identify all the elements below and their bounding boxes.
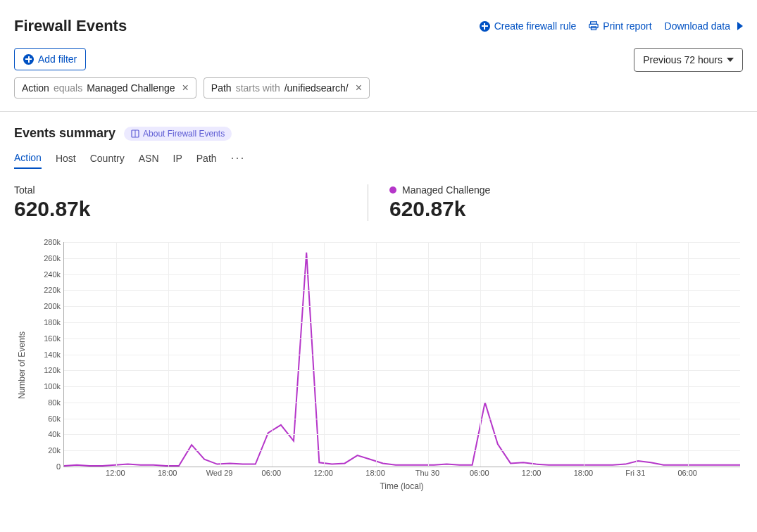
y-tick: 180k	[44, 318, 61, 327]
tab-more[interactable]: ···	[231, 151, 246, 170]
stat-total-value: 620.87k	[14, 197, 346, 221]
y-tick: 240k	[44, 270, 61, 279]
stat-total: Total 620.87k	[14, 184, 368, 221]
y-tick: 200k	[44, 302, 61, 310]
print-report-link[interactable]: Print report	[589, 20, 651, 32]
chip-value: /unifiedsearch/	[284, 82, 349, 94]
chip-value: Managed Challenge	[87, 82, 175, 94]
y-tick: 220k	[44, 286, 61, 294]
page-title: Firewall Events	[14, 17, 127, 35]
y-tick: 160k	[44, 334, 61, 343]
chart-x-axis-label: Time (local)	[380, 481, 423, 491]
close-icon[interactable]: ×	[356, 82, 362, 94]
chart-plot-area	[63, 242, 740, 467]
plus-circle-icon	[23, 54, 34, 65]
filter-chip[interactable]: Action equals Managed Challenge×	[14, 77, 196, 99]
download-data-link[interactable]: Download data	[665, 20, 743, 32]
chart-x-axis: Time (local) 12:0018:00Wed 2906:0012:001…	[63, 467, 740, 488]
y-tick: 140k	[44, 350, 61, 359]
x-tick: 12:00	[106, 469, 125, 477]
close-icon[interactable]: ×	[182, 82, 189, 94]
plus-circle-icon	[480, 21, 490, 32]
tab-ip[interactable]: IP	[173, 153, 182, 168]
print-report-label: Print report	[603, 20, 651, 32]
time-range-select[interactable]: Previous 72 hours	[634, 48, 743, 72]
filter-chips: Action equals Managed Challenge×Path sta…	[14, 77, 743, 99]
svg-rect-1	[589, 24, 598, 27]
caret-down-icon	[727, 58, 734, 62]
tab-path[interactable]: Path	[196, 153, 217, 168]
chip-operator: equals	[54, 82, 82, 94]
y-tick: 20k	[48, 446, 61, 455]
y-tick: 100k	[44, 382, 61, 391]
x-tick: 18:00	[574, 469, 594, 477]
chart-y-axis-label: Number of Events	[14, 242, 30, 488]
x-tick: 18:00	[158, 469, 177, 477]
y-tick: 0	[56, 462, 61, 471]
events-summary-title: Events summary	[14, 126, 115, 141]
stat-series-value: 620.87k	[389, 197, 722, 221]
tab-asn[interactable]: ASN	[139, 153, 159, 168]
y-tick: 280k	[44, 238, 61, 246]
y-tick: 60k	[48, 414, 61, 423]
series-color-dot-icon	[389, 186, 396, 194]
caret-right-icon	[737, 22, 743, 30]
y-tick: 80k	[48, 398, 61, 407]
y-tick: 120k	[44, 366, 61, 374]
create-firewall-rule-link[interactable]: Create firewall rule	[480, 20, 577, 32]
stat-series-label: Managed Challenge	[402, 184, 490, 196]
x-tick: 12:00	[522, 469, 542, 477]
tab-host[interactable]: Host	[56, 153, 76, 168]
printer-icon	[589, 21, 599, 31]
chip-field: Path	[211, 82, 232, 94]
time-range-label: Previous 72 hours	[643, 54, 722, 65]
x-tick: Wed 29	[206, 469, 233, 477]
x-tick: 06:00	[262, 469, 282, 477]
chart-y-axis: 020k40k60k80k100k120k140k160k180k200k220…	[30, 242, 63, 467]
x-tick: 12:00	[313, 469, 333, 477]
y-tick: 260k	[44, 254, 61, 262]
divider	[0, 111, 757, 112]
x-tick: 18:00	[365, 469, 385, 477]
x-tick: Thu 30	[415, 469, 439, 477]
header-actions: Create firewall rule Print report Downlo…	[480, 20, 743, 32]
add-filter-button[interactable]: Add filter	[14, 48, 86, 70]
add-filter-label: Add filter	[38, 53, 77, 65]
book-icon	[131, 129, 139, 138]
create-rule-label: Create firewall rule	[494, 20, 577, 32]
tab-action[interactable]: Action	[14, 152, 42, 169]
stat-series: Managed Challenge 620.87k	[368, 184, 743, 221]
x-tick: 06:00	[470, 469, 489, 477]
chip-field: Action	[22, 82, 49, 94]
filter-chip[interactable]: Path starts with /unifiedsearch/×	[204, 77, 370, 99]
tab-country[interactable]: Country	[90, 153, 125, 168]
chip-operator: starts with	[236, 82, 280, 94]
x-tick: 06:00	[677, 469, 697, 477]
about-firewall-events-badge[interactable]: About Firewall Events	[124, 127, 232, 141]
about-label: About Firewall Events	[143, 129, 225, 139]
x-tick: Fri 31	[625, 469, 645, 477]
y-tick: 40k	[48, 430, 61, 438]
download-data-label: Download data	[665, 20, 730, 32]
summary-tabs: ActionHostCountryASNIPPath···	[14, 151, 743, 170]
stat-total-label: Total	[14, 184, 346, 196]
